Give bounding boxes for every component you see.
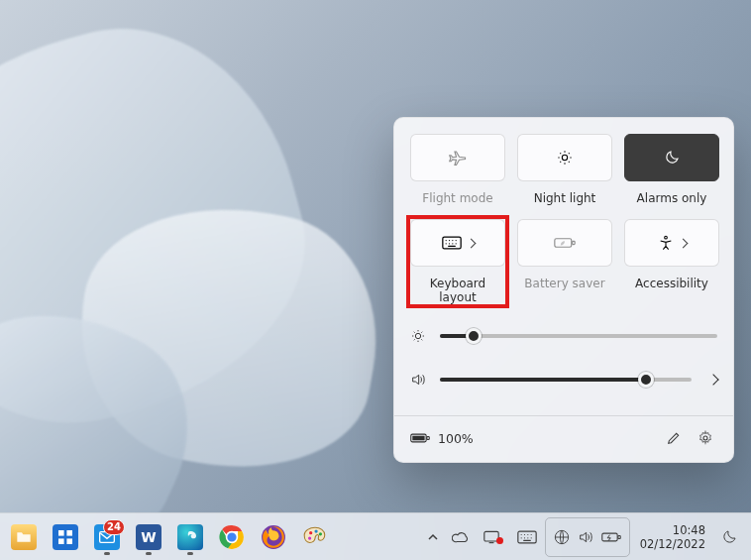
microsoft-store-icon	[53, 524, 78, 550]
svg-rect-1	[442, 237, 460, 249]
keyboard-icon	[442, 236, 462, 250]
taskbar-app-firefox[interactable]	[254, 517, 293, 557]
svg-rect-7	[427, 436, 429, 439]
svg-point-19	[309, 531, 312, 534]
svg-rect-12	[58, 538, 64, 544]
tray-focus-assist[interactable]	[715, 517, 743, 557]
qs-tile-accessibility: Accessibility	[624, 219, 719, 304]
qs-tile-flight-mode: Flight mode	[410, 134, 505, 205]
language-icon	[554, 529, 570, 545]
speaker-icon	[578, 529, 593, 545]
battery-percent-label[interactable]: 100%	[438, 431, 474, 446]
svg-rect-24	[518, 531, 536, 543]
word-icon: W	[136, 524, 161, 550]
quick-settings-grid: Flight mode Night light Alarms only Keyb…	[410, 134, 717, 304]
brightness-icon	[410, 328, 428, 344]
speaker-icon	[410, 372, 428, 388]
qs-tile-keyboard-layout: Keyboard layout	[408, 217, 507, 306]
clock-date: 02/12/2022	[640, 537, 705, 551]
keyboard-icon	[517, 530, 537, 544]
tray-touch-keyboard[interactable]	[511, 517, 543, 557]
cloud-icon	[452, 531, 470, 543]
edit-quick-settings-button[interactable]	[662, 426, 686, 450]
svg-rect-3	[573, 241, 576, 244]
taskbar-app-word[interactable]: W	[129, 517, 168, 557]
taskbar-clock[interactable]: 10:48 02/12/2022	[632, 523, 713, 551]
volume-slider-row	[410, 372, 717, 388]
chrome-icon	[219, 524, 245, 550]
tray-onedrive[interactable]	[446, 517, 476, 557]
alarms-only-button[interactable]	[624, 134, 719, 181]
svg-point-4	[664, 236, 667, 239]
accessibility-button[interactable]	[624, 219, 719, 267]
firefox-icon	[261, 524, 286, 550]
record-dot-icon	[496, 537, 503, 544]
volume-output-chevron[interactable]	[707, 374, 718, 385]
brightness-slider-row	[410, 328, 717, 344]
moon-icon	[721, 529, 737, 545]
accessibility-icon	[658, 235, 674, 251]
night-light-button[interactable]	[517, 134, 612, 181]
open-settings-button[interactable]	[694, 426, 717, 450]
edge-icon	[177, 524, 203, 550]
svg-rect-8	[412, 436, 424, 441]
svg-point-9	[703, 436, 707, 440]
file-explorer-icon	[11, 524, 37, 550]
pencil-icon	[666, 430, 682, 446]
taskbar-app-mail[interactable]: 24	[87, 517, 127, 557]
taskbar: 24 W	[0, 512, 751, 560]
battery-saver-button[interactable]	[517, 219, 612, 267]
svg-point-21	[319, 532, 322, 535]
quick-settings-panel: Flight mode Night light Alarms only Keyb…	[393, 117, 734, 463]
slider-fill	[440, 378, 646, 382]
svg-point-5	[415, 333, 420, 338]
taskbar-app-file-explorer[interactable]	[4, 517, 44, 557]
svg-rect-27	[618, 535, 620, 538]
flight-mode-button[interactable]	[410, 134, 505, 181]
battery-icon	[410, 432, 430, 444]
slider-track-bg	[440, 334, 717, 338]
qs-tile-label: Night light	[517, 191, 612, 205]
gear-icon	[697, 430, 713, 446]
brightness-slider[interactable]	[440, 328, 717, 344]
qs-tile-label: Accessibility	[624, 277, 719, 290]
qs-tile-label: Battery saver	[517, 277, 612, 290]
slider-thumb[interactable]	[466, 328, 482, 344]
taskbar-app-paint[interactable]	[295, 517, 335, 557]
chevron-up-icon	[428, 532, 438, 542]
chevron-right-icon	[466, 238, 476, 248]
svg-point-22	[308, 536, 311, 539]
sun-icon	[557, 150, 573, 166]
svg-point-20	[314, 529, 317, 532]
qs-tile-battery-saver: Battery saver	[517, 219, 612, 304]
taskbar-app-chrome[interactable]	[212, 517, 252, 557]
svg-rect-26	[601, 533, 616, 541]
qs-tile-label: Flight mode	[410, 191, 505, 205]
tray-quick-settings-group[interactable]	[545, 517, 630, 557]
quick-settings-footer: 100%	[394, 415, 733, 462]
svg-point-0	[562, 155, 567, 160]
airplane-icon	[449, 149, 467, 167]
svg-rect-11	[66, 530, 72, 536]
qs-tile-label: Alarms only	[624, 191, 719, 205]
paint-icon	[302, 524, 328, 550]
battery-leaf-icon	[554, 236, 576, 250]
slider-thumb[interactable]	[638, 372, 654, 388]
moon-icon	[664, 150, 680, 166]
tray-recording-indicator[interactable]	[478, 517, 509, 557]
svg-rect-10	[58, 530, 64, 536]
qs-tile-alarms-only: Alarms only	[624, 134, 719, 205]
battery-charging-icon	[601, 531, 621, 543]
taskbar-tray: 10:48 02/12/2022	[422, 517, 743, 557]
tray-overflow-button[interactable]	[422, 517, 444, 557]
volume-slider[interactable]	[440, 372, 692, 388]
qs-tile-night-light: Night light	[517, 134, 612, 205]
chevron-right-icon	[678, 238, 688, 248]
clock-time: 10:48	[640, 523, 705, 537]
taskbar-app-microsoft-store[interactable]	[46, 517, 85, 557]
taskbar-apps: 24 W	[4, 517, 335, 557]
keyboard-layout-button[interactable]	[410, 219, 505, 267]
taskbar-app-edge[interactable]	[170, 517, 210, 557]
svg-rect-13	[66, 538, 72, 544]
qs-tile-label: Keyboard layout	[410, 277, 505, 304]
